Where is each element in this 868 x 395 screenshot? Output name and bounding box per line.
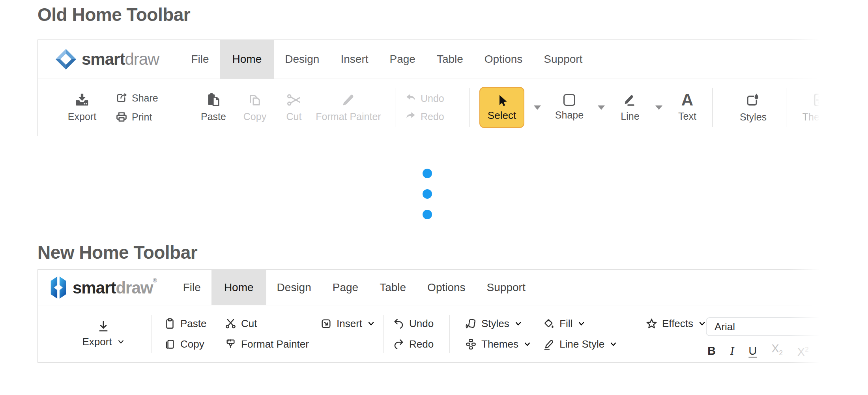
- select-button[interactable]: Select: [479, 87, 524, 128]
- shape-button[interactable]: Shape: [550, 94, 588, 121]
- new-menu-design[interactable]: Design: [266, 270, 322, 305]
- themes-button[interactable]: Themes: [796, 92, 830, 123]
- underline-button[interactable]: U: [748, 345, 757, 357]
- insert-button[interactable]: Insert: [320, 316, 375, 331]
- smartdraw-logo[interactable]: smartdraw: [56, 49, 159, 70]
- redo-icon: [405, 111, 417, 122]
- paste-copy-group: Paste Copy: [164, 316, 222, 352]
- format-painter-button[interactable]: Format Painter: [311, 92, 385, 122]
- text-button[interactable]: A Text: [672, 93, 703, 122]
- cut-button[interactable]: Cut: [277, 92, 311, 122]
- line-pencil-icon: [623, 93, 637, 107]
- chevron-down-icon: [524, 340, 531, 348]
- ellipsis-dot: [423, 189, 432, 199]
- old-menu-file[interactable]: File: [180, 40, 219, 79]
- themes-icon: [465, 338, 477, 350]
- font-size-dropdown[interactable]: 10: [828, 317, 830, 336]
- old-menu-bar: smartdraw File Home Design Insert Page T…: [38, 40, 830, 79]
- smartdraw-logo-icon: [50, 276, 67, 299]
- undo-icon: [405, 92, 417, 104]
- chevron-down-icon: [578, 320, 585, 327]
- line-style-button[interactable]: Line Style: [543, 336, 631, 352]
- font-family-input[interactable]: [706, 317, 824, 336]
- select-label: Select: [488, 109, 516, 122]
- old-menu-design[interactable]: Design: [274, 40, 330, 79]
- old-buttons-row: Export Share: [38, 79, 830, 136]
- chevron-down-icon: [117, 338, 125, 346]
- fill-button[interactable]: Fill: [543, 316, 631, 331]
- font-color-button[interactable]: A: [823, 343, 830, 359]
- smartdraw-wordmark: smartdraw: [82, 50, 159, 69]
- undo-button[interactable]: Undo: [405, 92, 460, 104]
- share-print-group: Share Print: [115, 92, 174, 123]
- new-menu-table[interactable]: Table: [369, 270, 417, 305]
- font-panel: 10 B I U X2 X2 A Ω: [706, 317, 830, 359]
- scissors-icon: [286, 92, 301, 107]
- export-label-row: Export: [82, 336, 124, 348]
- share-button[interactable]: Share: [115, 92, 174, 104]
- new-buttons-row: Export Paste: [38, 305, 830, 362]
- chevron-down-icon: [698, 320, 706, 327]
- undo-button[interactable]: Undo: [393, 316, 441, 331]
- cut-button[interactable]: Cut: [224, 316, 318, 331]
- subscript-button[interactable]: X2: [771, 342, 783, 359]
- fill-bucket-icon: [543, 318, 555, 330]
- copy-label: Copy: [180, 338, 204, 350]
- cut-label: Cut: [241, 318, 257, 330]
- new-menu-file[interactable]: File: [172, 270, 211, 305]
- text-label: Text: [678, 111, 696, 122]
- new-menu-page[interactable]: Page: [322, 270, 369, 305]
- old-menu-support[interactable]: Support: [533, 40, 593, 79]
- new-menu-home[interactable]: Home: [211, 270, 266, 305]
- new-menu-options[interactable]: Options: [417, 270, 476, 305]
- themes-button[interactable]: Themes: [465, 336, 533, 352]
- italic-button[interactable]: I: [730, 345, 734, 357]
- new-toolbar: smartdraw® File Home Design Page Table O…: [37, 269, 830, 363]
- bold-button[interactable]: B: [707, 345, 716, 357]
- format-painter-label: Format Painter: [241, 338, 309, 350]
- export-button[interactable]: Export: [64, 320, 143, 348]
- line-button[interactable]: Line: [614, 93, 646, 122]
- line-dropdown-caret[interactable]: [655, 105, 662, 110]
- redo-button[interactable]: Redo: [393, 336, 441, 352]
- undo-label: Undo: [409, 318, 434, 330]
- redo-label: Redo: [421, 111, 444, 122]
- export-label: Export: [68, 111, 96, 122]
- format-painter-button[interactable]: Format Painter: [224, 336, 318, 352]
- styles-droplet-icon: [745, 92, 761, 108]
- export-button[interactable]: Export: [54, 92, 110, 122]
- divider: [449, 315, 450, 353]
- old-menu-page[interactable]: Page: [379, 40, 426, 79]
- line-pencil-icon: [543, 338, 555, 350]
- old-toolbar: smartdraw File Home Design Insert Page T…: [37, 40, 830, 136]
- smartdraw-logo[interactable]: smartdraw®: [50, 276, 157, 299]
- styles-button[interactable]: Styles: [730, 92, 776, 123]
- format-painter-icon: [224, 338, 237, 350]
- copy-button[interactable]: Copy: [164, 336, 222, 352]
- old-menu-home[interactable]: Home: [220, 40, 275, 79]
- cut-label: Cut: [286, 111, 302, 122]
- redo-button[interactable]: Redo: [405, 111, 460, 122]
- undo-redo-group: Undo Redo: [393, 316, 441, 352]
- new-menu-support[interactable]: Support: [476, 270, 536, 305]
- divider: [470, 88, 470, 127]
- old-menu-table[interactable]: Table: [426, 40, 474, 79]
- redo-icon: [393, 338, 405, 350]
- divider: [152, 315, 152, 353]
- smartdraw-logo-icon: [56, 49, 76, 70]
- select-dropdown-caret[interactable]: [534, 105, 541, 110]
- styles-button[interactable]: Styles: [465, 316, 533, 331]
- effects-button[interactable]: Effects: [645, 316, 706, 331]
- paste-button[interactable]: Paste: [194, 92, 233, 122]
- paste-icon: [206, 92, 221, 107]
- old-menu-insert[interactable]: Insert: [330, 40, 379, 79]
- copy-button[interactable]: Copy: [233, 92, 277, 122]
- superscript-button[interactable]: X2: [797, 344, 809, 358]
- print-button[interactable]: Print: [115, 111, 174, 123]
- fill-linestyle-group: Fill Line Style: [543, 316, 631, 352]
- styles-label: Styles: [481, 318, 509, 330]
- old-menu-options[interactable]: Options: [474, 40, 533, 79]
- copy-label: Copy: [243, 111, 266, 122]
- shape-dropdown-caret[interactable]: [598, 105, 605, 110]
- paste-button[interactable]: Paste: [164, 316, 222, 331]
